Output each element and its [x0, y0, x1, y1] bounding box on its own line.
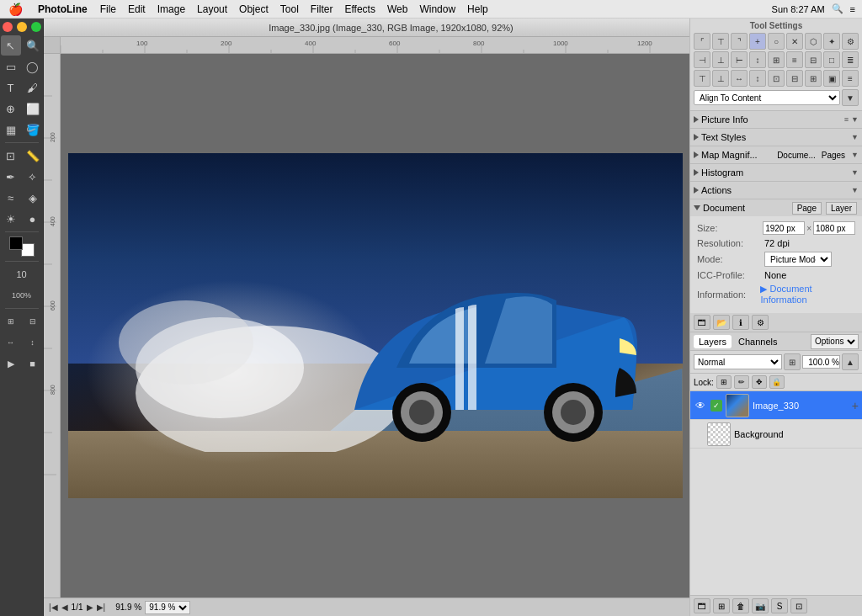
menu-layout[interactable]: Layout	[191, 3, 233, 15]
ts-btn-h9[interactable]: ≡	[842, 70, 859, 87]
ts-align-tl[interactable]: ⌜	[694, 33, 710, 50]
layer-add-btn[interactable]: +	[852, 399, 859, 412]
opacity-grid-icon[interactable]: ⊞	[784, 353, 801, 370]
ts-btn-h8[interactable]: ▣	[823, 70, 840, 87]
ts-btn-h5[interactable]: ⊡	[768, 70, 785, 87]
canvas-container[interactable]	[61, 54, 689, 597]
tool-zoom-actual[interactable]: ↕	[23, 332, 43, 353]
apple-menu[interactable]: 🍎	[0, 3, 31, 16]
ts-align-tr[interactable]: ⌝	[731, 33, 748, 50]
layer-item-image330[interactable]: 👁 ✓ Image_330 +	[690, 391, 862, 420]
tool-sharpen[interactable]: ◈	[23, 188, 43, 208]
tool-burn[interactable]: ●	[23, 209, 43, 229]
text-styles-header[interactable]: Text Styles ▼	[690, 129, 862, 146]
foreground-color-swatch[interactable]	[9, 236, 23, 250]
layers-copy-icon[interactable]: ⊞	[713, 598, 730, 613]
layer-tab-button[interactable]: Layer	[826, 202, 857, 215]
histogram-header[interactable]: Histogram ▼	[690, 164, 862, 181]
nav-last[interactable]: ▶|	[97, 603, 106, 612]
lock-transparency[interactable]: ⊞	[716, 375, 732, 389]
menubar-menu-icon[interactable]: ≡	[850, 4, 855, 14]
picture-info-header[interactable]: Picture Info ≡ ▼	[690, 111, 862, 128]
tab-layers[interactable]: Layers	[694, 335, 732, 348]
tool-path[interactable]: ⟡	[23, 167, 43, 187]
picture-info-dropdown[interactable]: ▼	[851, 115, 859, 124]
ts-align-x[interactable]: ✕	[786, 33, 803, 50]
tool-grid-large[interactable]: ⊟	[23, 311, 43, 332]
doc-mode-select[interactable]: Picture Mode	[764, 252, 832, 267]
nav-prev[interactable]: ◀	[61, 603, 68, 612]
ts-btn-h4[interactable]: ↕	[749, 70, 766, 87]
ts-btn-sp[interactable]: ≡	[786, 51, 803, 68]
tool-crop[interactable]: ⊡	[1, 146, 21, 166]
layers-dropdown[interactable]: Options	[811, 334, 859, 349]
tool-measure[interactable]: 📏	[23, 146, 43, 166]
layer-vis-image330[interactable]: 👁	[694, 399, 707, 412]
ts-btn-h1[interactable]: ⊤	[694, 70, 710, 87]
ts-btn-h6[interactable]: ⊟	[786, 70, 803, 87]
minimize-button[interactable]	[17, 22, 27, 32]
background-color-swatch[interactable]	[21, 243, 35, 257]
tool-gradient[interactable]: ▦	[1, 119, 21, 140]
tool-paint[interactable]: 🖌	[23, 77, 43, 98]
ts-btn-gr[interactable]: ⊟	[805, 51, 822, 68]
menu-edit[interactable]: Edit	[122, 3, 152, 15]
ts-align-add[interactable]: +	[749, 33, 766, 50]
tool-grid-small[interactable]: ⊞	[1, 311, 21, 332]
tool-100percent[interactable]: 100%	[12, 285, 32, 305]
tool-stop[interactable]: ■	[23, 353, 43, 374]
layers-photo-icon[interactable]: 📷	[752, 598, 769, 613]
menu-window[interactable]: Window	[413, 3, 461, 15]
tool-select-rect[interactable]: ▭	[1, 56, 21, 77]
menu-file[interactable]: File	[94, 3, 122, 15]
ts-btn-ar[interactable]: ⊢	[731, 51, 748, 68]
align-to-select[interactable]: Align To Content	[694, 90, 840, 105]
nav-first[interactable]: |◀	[49, 603, 58, 612]
menubar-search-icon[interactable]: 🔍	[832, 3, 843, 14]
tool-move[interactable]: ↖	[1, 35, 21, 56]
tool-dodge[interactable]: ☀	[1, 209, 21, 229]
actions-dropdown[interactable]: ▼	[851, 186, 859, 194]
histogram-dropdown[interactable]: ▼	[851, 168, 859, 177]
tool-smudge[interactable]: ≈	[1, 188, 21, 208]
doc-info-link[interactable]: ▶ Document Information	[760, 284, 855, 305]
menu-image[interactable]: Image	[152, 3, 191, 15]
ts-dropdown-arrow[interactable]: ▼	[842, 89, 859, 106]
blend-mode-select[interactable]: Normal	[694, 354, 782, 369]
lock-all[interactable]: 🔒	[769, 375, 785, 389]
ts-align-tc[interactable]: ⊤	[712, 33, 729, 50]
layers-s-icon[interactable]: S	[771, 598, 788, 613]
doc-settings-icon[interactable]: ⚙	[752, 315, 769, 330]
lock-paint[interactable]: ✏	[734, 375, 749, 389]
menu-filter[interactable]: Filter	[305, 3, 339, 15]
text-styles-dropdown[interactable]: ▼	[851, 133, 859, 141]
ts-btn-un[interactable]: □	[823, 51, 840, 68]
maximize-button[interactable]	[31, 22, 41, 32]
ts-btn-h2[interactable]: ⊥	[712, 70, 729, 87]
app-name[interactable]: PhotoLine	[31, 3, 94, 15]
tool-text[interactable]: T	[1, 77, 21, 98]
ts-btn-h3[interactable]: ↔	[731, 70, 748, 87]
opacity-up[interactable]: ▲	[842, 353, 859, 370]
menu-help[interactable]: Help	[461, 3, 494, 15]
close-button[interactable]	[3, 22, 13, 32]
tool-play[interactable]: ▶	[1, 353, 21, 374]
tool-clone[interactable]: ⊕	[1, 98, 21, 119]
tool-eraser[interactable]: ⬜	[23, 98, 43, 119]
map-magnif-dropdown[interactable]: ▼	[851, 151, 859, 159]
tool-pen[interactable]: ✒	[1, 167, 21, 187]
menu-effects[interactable]: Effects	[338, 3, 380, 15]
layers-delete-icon[interactable]: 🗑	[732, 598, 749, 613]
nav-next[interactable]: ▶	[87, 603, 93, 612]
ts-btn-mt[interactable]: ≣	[842, 51, 859, 68]
layer-item-background[interactable]: Background	[690, 420, 862, 449]
ts-btn-ac[interactable]: ⊥	[712, 51, 729, 68]
doc-info-icon[interactable]: ℹ	[732, 315, 749, 330]
tool-fill[interactable]: 🪣	[23, 119, 43, 140]
ts-align-star[interactable]: ✦	[823, 33, 840, 50]
actions-header[interactable]: Actions ▼	[690, 182, 862, 199]
lock-move[interactable]: ✥	[752, 375, 767, 389]
menu-tool[interactable]: Tool	[274, 3, 305, 15]
ts-btn-eq[interactable]: ⊞	[768, 51, 785, 68]
doc-size-h-input[interactable]	[813, 221, 855, 235]
